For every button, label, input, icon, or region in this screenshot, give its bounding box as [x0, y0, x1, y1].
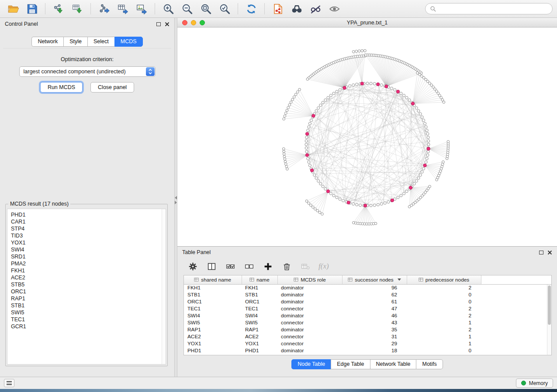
zoom-fit-button[interactable] [197, 2, 214, 16]
result-list-scrollbar[interactable] [162, 209, 166, 364]
cell-mcds-role[interactable]: dominator [277, 298, 342, 305]
cell-successor-nodes[interactable]: 43 [342, 319, 407, 326]
cell-successor-nodes[interactable]: 61 [342, 298, 407, 305]
scrollbar-thumb[interactable] [548, 285, 551, 325]
network-snapshot-button[interactable] [269, 2, 287, 16]
zoom-selected-button[interactable] [216, 2, 233, 16]
cell-predecessor-nodes[interactable]: 2 [407, 312, 481, 319]
node-table[interactable]: shared namenameMCDS rolesuccessor nodesp… [183, 275, 552, 355]
result-node[interactable]: ACE2 [11, 274, 159, 281]
cell-shared-name[interactable]: RAP1 [184, 326, 242, 333]
find-button[interactable] [288, 2, 305, 16]
result-node[interactable]: CAR1 [11, 218, 159, 225]
close-mcds-panel-button[interactable]: Close panel [90, 82, 134, 93]
cell-name[interactable]: TEC1 [242, 305, 277, 312]
float-panel-icon[interactable] [156, 22, 161, 26]
table-row[interactable]: PHD1PHD1dominator180 [184, 347, 551, 354]
tab-motifs[interactable]: Motifs [416, 359, 443, 369]
table-settings-button[interactable] [187, 261, 198, 272]
column-header-mcds-role[interactable]: MCDS role [277, 275, 342, 284]
search-input[interactable] [439, 6, 548, 12]
cell-predecessor-nodes[interactable]: 1 [407, 340, 481, 347]
tab-network-table[interactable]: Network Table [370, 359, 416, 369]
mcds-hub-node[interactable] [423, 164, 426, 167]
cell-mcds-role[interactable]: connector [277, 333, 342, 340]
cell-successor-nodes[interactable]: 29 [342, 340, 407, 347]
result-node[interactable]: TID3 [11, 232, 159, 239]
tab-select[interactable]: Select [87, 37, 114, 47]
cell-successor-nodes[interactable]: 31 [342, 333, 407, 340]
cell-name[interactable]: SWI5 [242, 319, 277, 326]
save-session-button[interactable] [23, 2, 41, 16]
result-node[interactable]: TEC1 [11, 316, 159, 323]
cell-shared-name[interactable]: PHD1 [184, 347, 242, 354]
cell-mcds-role[interactable]: dominator [277, 326, 342, 333]
mcds-hub-node[interactable] [312, 114, 315, 117]
close-window-icon[interactable] [182, 20, 187, 25]
task-menu-button[interactable] [4, 379, 14, 387]
cell-successor-nodes[interactable]: 62 [342, 291, 407, 298]
tab-style[interactable]: Style [63, 37, 87, 47]
table-row[interactable]: SWI4SWI4dominator462 [184, 312, 551, 319]
cell-mcds-role[interactable]: connector [277, 305, 342, 312]
add-column-button[interactable] [262, 261, 273, 272]
run-mcds-button[interactable]: Run MCDS [40, 82, 83, 93]
cell-shared-name[interactable]: SWI4 [184, 312, 242, 319]
cell-predecessor-nodes[interactable]: 0 [407, 291, 481, 298]
cell-mcds-role[interactable]: dominator [277, 312, 342, 319]
result-node[interactable]: PHD1 [11, 211, 159, 218]
mcds-result-list[interactable]: PHD1CAR1STP4TID3YOX1SWI4SRD1PMA2FKH1ACE2… [7, 209, 166, 364]
cell-name[interactable]: FKH1 [242, 284, 277, 291]
cell-mcds-role[interactable]: dominator [277, 347, 342, 354]
cell-shared-name[interactable]: ORC1 [184, 298, 242, 305]
mcds-hub-node[interactable] [409, 186, 412, 189]
mcds-hub-node[interactable] [360, 82, 363, 85]
import-table-button[interactable] [69, 2, 86, 16]
table-row[interactable]: STB1STB1dominator620 [184, 291, 551, 298]
table-scrollbar[interactable] [547, 285, 551, 355]
column-header-predecessor-nodes[interactable]: predecessor nodes [407, 275, 481, 284]
result-node[interactable]: STB5 [11, 281, 159, 288]
mcds-hub-node[interactable] [411, 102, 414, 105]
result-node[interactable]: SRD1 [11, 253, 159, 260]
network-titlebar[interactable]: YPA_prune.txt_1 [177, 18, 557, 28]
cell-name[interactable]: SWI4 [242, 312, 277, 319]
cell-shared-name[interactable]: STB1 [184, 291, 242, 298]
mcds-hub-node[interactable] [310, 169, 313, 172]
column-header-successor-nodes[interactable]: successor nodes [342, 275, 407, 284]
zoom-in-button[interactable] [159, 2, 177, 16]
apply-layout-button[interactable] [242, 2, 260, 16]
cell-predecessor-nodes[interactable]: 1 [407, 333, 481, 340]
delete-column-button[interactable] [281, 261, 292, 272]
zoom-out-button[interactable] [178, 2, 196, 16]
export-network-button[interactable] [95, 2, 113, 16]
cell-successor-nodes[interactable]: 18 [342, 347, 407, 354]
mcds-hub-node[interactable] [326, 190, 329, 193]
cell-predecessor-nodes[interactable]: 2 [407, 326, 481, 333]
cell-successor-nodes[interactable]: 35 [342, 326, 407, 333]
export-image-button[interactable] [133, 2, 150, 16]
table-row[interactable]: TEC1TEC1connector472 [184, 305, 551, 312]
result-node[interactable]: RAP1 [11, 295, 159, 302]
result-node[interactable]: SWI5 [11, 309, 159, 316]
float-table-panel-icon[interactable] [539, 251, 543, 254]
result-node[interactable]: STB1 [11, 302, 159, 309]
mcds-hub-node[interactable] [305, 132, 308, 135]
table-row[interactable]: ORC1ORC1dominator610 [184, 298, 551, 305]
table-row[interactable]: RAP1RAP1dominator352 [184, 326, 551, 333]
cell-shared-name[interactable]: SWI5 [184, 319, 242, 326]
close-table-panel-icon[interactable] [547, 250, 552, 255]
result-node[interactable]: PMA2 [11, 260, 159, 267]
cell-name[interactable]: YOX1 [242, 340, 277, 347]
tab-mcds[interactable]: MCDS [114, 37, 143, 47]
table-row[interactable]: FKH1FKH1dominator962 [184, 284, 551, 291]
mcds-hub-node[interactable] [391, 199, 394, 202]
result-node[interactable]: GCR1 [11, 323, 159, 330]
cell-successor-nodes[interactable]: 46 [342, 312, 407, 319]
deselect-all-rows-button[interactable] [243, 261, 255, 272]
mcds-hub-node[interactable] [396, 90, 399, 93]
mcds-hub-node[interactable] [347, 201, 350, 204]
cell-shared-name[interactable]: FKH1 [184, 284, 242, 291]
cell-mcds-role[interactable]: dominator [277, 284, 342, 291]
cell-predecessor-nodes[interactable]: 2 [407, 305, 481, 312]
